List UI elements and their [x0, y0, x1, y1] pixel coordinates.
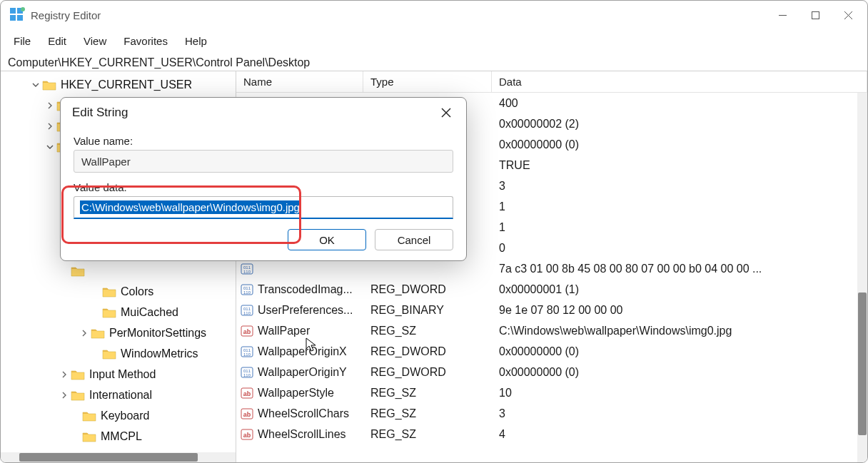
svg-text:ab: ab	[243, 328, 251, 335]
svg-text:ab: ab	[243, 411, 251, 418]
tree-item[interactable]: Input Method	[1, 364, 236, 385]
menu-file[interactable]: File	[5, 31, 39, 51]
cell-data: 0	[492, 242, 867, 255]
close-button[interactable]	[832, 4, 864, 26]
cell-data: 3	[492, 180, 867, 193]
edit-string-dialog: Edit String Value name: Value data: C:\W…	[60, 97, 467, 261]
cell-data: 1	[492, 221, 867, 234]
tree-item-label: Colors	[121, 285, 153, 298]
svg-rect-6	[812, 11, 819, 19]
table-row[interactable]: 011110WallpaperOriginXREG_DWORD0x0000000…	[236, 341, 867, 362]
cell-data: 1	[492, 200, 867, 213]
tree-item-label: WindowMetrics	[121, 347, 198, 360]
string-value-icon: ab	[241, 325, 253, 337]
cell-data: 9e 1e 07 80 12 00 00 00	[492, 304, 867, 317]
cell-data: 0x00000000 (0)	[492, 366, 867, 379]
table-row[interactable]: abWheelScrollLinesREG_SZ4	[236, 424, 867, 444]
tree-item-label: Input Method	[89, 368, 156, 381]
svg-text:110: 110	[243, 352, 251, 357]
cell-data: 10	[492, 387, 867, 400]
svg-rect-3	[17, 15, 23, 21]
svg-point-4	[21, 7, 25, 11]
cell-name: WallpaperStyle	[258, 387, 334, 400]
tree-item[interactable]: International	[1, 385, 236, 405]
minimize-button[interactable]	[766, 4, 799, 26]
column-name[interactable]: Name	[236, 71, 363, 92]
tree-item[interactable]: HKEY_CURRENT_USER	[1, 74, 236, 95]
address-bar[interactable]: Computer\HKEY_CURRENT_USER\Control Panel…	[1, 52, 867, 71]
twist-icon[interactable]	[29, 81, 42, 88]
svg-text:110: 110	[243, 270, 251, 274]
value-data-input[interactable]: C:\Windows\web\wallpaper\Windows\img0.jp…	[74, 196, 453, 219]
table-row[interactable]: 0111107a c3 01 00 8b 45 08 00 80 07 00 0…	[236, 258, 867, 279]
dialog-close-button[interactable]	[433, 101, 459, 124]
dialog-title: Edit String	[72, 106, 128, 120]
cancel-button[interactable]: Cancel	[375, 229, 453, 250]
value-name-input[interactable]	[74, 150, 453, 173]
string-value-icon: ab	[241, 407, 253, 420]
cell-type: REG_SZ	[363, 387, 492, 400]
cell-type: REG_SZ	[363, 407, 492, 420]
cell-name: WheelScrollLines	[258, 428, 346, 441]
tree-item[interactable]: MMCPL	[1, 426, 236, 447]
twist-icon[interactable]	[44, 123, 56, 130]
twist-icon[interactable]	[58, 392, 71, 399]
list-header: Name Type Data	[236, 71, 867, 93]
tree-horizontal-scrollbar[interactable]	[1, 452, 236, 462]
value-name-label: Value name:	[74, 135, 453, 147]
list-vertical-scrollbar[interactable]	[857, 93, 867, 462]
tree-item[interactable]: MuiCached	[1, 302, 236, 322]
twist-icon[interactable]	[44, 143, 56, 151]
table-row[interactable]: 011110TranscodedImag...REG_DWORD0x000000…	[236, 279, 867, 300]
table-row[interactable]: 011110UserPreferences...REG_BINARY9e 1e …	[236, 300, 867, 320]
folder-icon	[71, 390, 85, 401]
cell-data: 400	[492, 97, 867, 110]
cell-data: 0x00000000 (0)	[492, 138, 867, 151]
value-data-label: Value data:	[74, 181, 453, 193]
menubar: File Edit View Favorites Help	[1, 29, 867, 52]
tree-item-label: Keyboard	[101, 409, 150, 422]
tree-item-label: MuiCached	[121, 306, 178, 319]
twist-icon[interactable]	[44, 102, 56, 109]
binary-value-icon: 011110	[241, 304, 253, 317]
table-row[interactable]: abWheelScrollCharsREG_SZ3	[236, 403, 867, 424]
menu-view[interactable]: View	[75, 31, 115, 51]
folder-icon	[102, 307, 116, 318]
tree-item[interactable]: PerMonitorSettings	[1, 322, 236, 343]
maximize-button[interactable]	[799, 4, 832, 26]
table-row[interactable]: abWallPaperREG_SZC:\Windows\web\wallpape…	[236, 320, 867, 341]
table-row[interactable]: 011110WallpaperOriginYREG_DWORD0x0000000…	[236, 362, 867, 382]
cell-name: WallpaperOriginY	[258, 366, 347, 379]
tree-item[interactable]: WindowMetrics	[1, 343, 236, 364]
tree-item[interactable]	[1, 260, 236, 281]
cell-name: WheelScrollChars	[258, 407, 349, 420]
cell-data: 0x00000000 (0)	[492, 345, 867, 358]
column-type[interactable]: Type	[363, 71, 492, 92]
table-row[interactable]: abWallpaperStyleREG_SZ10	[236, 382, 867, 403]
binary-value-icon: 011110	[241, 366, 253, 379]
ok-button[interactable]: OK	[288, 229, 366, 250]
cell-data: 0x00000002 (2)	[492, 118, 867, 131]
menu-edit[interactable]: Edit	[39, 31, 75, 51]
tree-item[interactable]: Colors	[1, 281, 236, 302]
twist-icon[interactable]	[78, 330, 91, 337]
menu-help[interactable]: Help	[176, 31, 216, 51]
folder-icon	[82, 431, 96, 442]
svg-text:ab: ab	[243, 390, 251, 397]
folder-icon	[82, 410, 96, 422]
folder-icon	[102, 286, 116, 297]
menu-favorites[interactable]: Favorites	[115, 31, 176, 51]
svg-text:110: 110	[243, 373, 251, 377]
cell-data: 0x00000001 (1)	[492, 283, 867, 296]
cell-type: REG_DWORD	[363, 366, 492, 379]
regedit-icon	[9, 7, 25, 23]
tree-item-label: HKEY_CURRENT_USER	[61, 78, 192, 91]
column-data[interactable]: Data	[492, 71, 867, 92]
twist-icon[interactable]	[58, 371, 71, 378]
cell-data: 7a c3 01 00 8b 45 08 00 80 07 00 00 b0 0…	[492, 263, 867, 275]
titlebar: Registry Editor	[1, 1, 867, 29]
tree-item[interactable]: Keyboard	[1, 405, 236, 426]
cell-data: TRUE	[492, 159, 867, 172]
binary-value-icon: 011110	[241, 283, 253, 296]
window-title: Registry Editor	[31, 9, 101, 21]
